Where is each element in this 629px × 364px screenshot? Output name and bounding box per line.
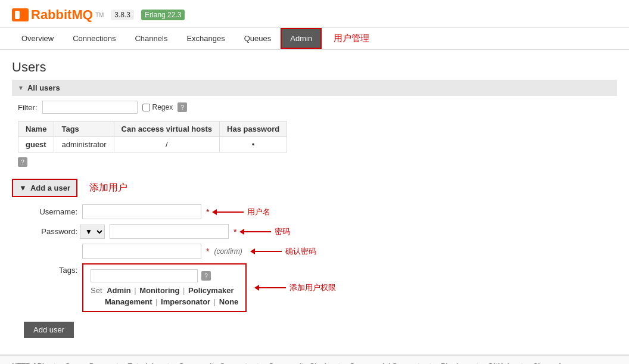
footer-github[interactable]: GitHub — [488, 362, 512, 365]
tags-set-row: Set Admin | Monitoring | Policymaker — [91, 286, 238, 295]
tags-input[interactable] — [91, 269, 198, 282]
arrowhead-username — [209, 209, 217, 215]
password-select[interactable]: ▼ — [80, 225, 105, 239]
tags-help-button[interactable]: ? — [201, 271, 211, 281]
col-password: Has password — [220, 122, 287, 137]
regex-checkbox[interactable] — [142, 104, 150, 111]
tag-management[interactable]: Management — [105, 297, 152, 306]
password-label: Password: — [24, 227, 77, 236]
arrowhead-confirm — [247, 248, 255, 254]
tag-impersonator[interactable]: Impersonator — [161, 297, 210, 306]
footer-commercial-support[interactable]: Commercial Support — [350, 362, 420, 365]
username-annotation-block: 用户名 — [214, 207, 270, 217]
username-label: Username: — [24, 207, 77, 216]
add-user-button[interactable]: Add user — [24, 322, 74, 338]
logo-text: RabbitMQ — [31, 7, 93, 23]
section-arrow: ▼ — [18, 85, 24, 91]
tag-policymaker[interactable]: Policymaker — [188, 286, 234, 295]
footer-server-docs[interactable]: Server Docs — [65, 362, 107, 365]
tags-content: ? Set Admin | Monitoring | Policymaker M… — [82, 263, 247, 312]
footer-tutorials[interactable]: Tutorials — [128, 362, 158, 365]
logo-icon — [12, 8, 29, 21]
nav-bar: Overview Connections Channels Exchanges … — [0, 28, 629, 50]
nav-queues[interactable]: Queues — [235, 28, 281, 49]
user-name-cell[interactable]: guest — [18, 137, 54, 153]
footer-changelog[interactable]: Changelog — [533, 362, 569, 365]
footer-http-api[interactable]: HTTP API — [12, 362, 44, 365]
erlang-badge: Erlang 22.3 — [141, 10, 185, 20]
user-tags-cell: administrator — [54, 137, 114, 153]
logo: RabbitMQ TM — [12, 7, 104, 23]
tags-section: Tags: ? Set Admin | Monitoring | Policym… — [24, 263, 605, 312]
all-users-section: ▼ All users Filter: Regex ? Name Tags Ca… — [12, 80, 617, 169]
filter-label: Filter: — [18, 103, 38, 112]
nav-annotation: 用户管理 — [334, 33, 369, 44]
tags-input-row: ? — [91, 269, 238, 282]
add-user-section: ▼ Add a user 添加用户 Username: * 用户名 — [12, 179, 617, 345]
confirm-annotation-block: 确认密码 — [252, 246, 316, 257]
nav-channels[interactable]: Channels — [125, 28, 177, 49]
tag-none[interactable]: None — [219, 297, 239, 306]
add-user-form: Username: * 用户名 Password: ▼ — [12, 197, 617, 345]
arrow-line-password — [241, 231, 271, 232]
username-ann-text: 用户名 — [247, 207, 270, 217]
footer-community-support[interactable]: Community Support — [179, 362, 247, 365]
arrowhead-tags — [251, 285, 259, 291]
table-help-button[interactable]: ? — [18, 157, 27, 167]
username-input[interactable] — [82, 204, 201, 219]
sep1: | — [134, 286, 136, 295]
regex-check: Regex — [142, 103, 173, 111]
tags-set-label: Set — [91, 286, 102, 295]
sep3: | — [155, 297, 157, 306]
nav-admin[interactable]: Admin — [281, 28, 322, 49]
add-user-header[interactable]: ▼ Add a user — [12, 179, 77, 197]
arrow-line-tags — [256, 287, 286, 288]
arrowhead-password — [236, 229, 244, 235]
footer-community-slack[interactable]: Community Slack — [269, 362, 329, 365]
tags-set-row2: Management | Impersonator | None — [91, 297, 238, 306]
footer: HTTP API | Server Docs | Tutorials | Com… — [0, 354, 629, 364]
password-annotation-block: 密码 — [241, 226, 290, 237]
table-header-row: Name Tags Can access virtual hosts Has p… — [18, 122, 287, 137]
confirm-input[interactable] — [82, 244, 201, 259]
password-ann-text: 密码 — [275, 226, 290, 237]
version-badge: 3.8.3 — [111, 10, 134, 20]
sep2: | — [183, 286, 185, 295]
confirm-ann-text: 确认密码 — [285, 246, 316, 257]
tag-monitoring[interactable]: Monitoring — [139, 286, 179, 295]
page-header: RabbitMQ TM 3.8.3 Erlang 22.3 — [0, 0, 629, 28]
logo-tm: TM — [95, 12, 104, 18]
filter-row: Filter: Regex ? — [12, 96, 617, 119]
confirm-text: (confirm) — [214, 247, 242, 256]
tag-admin[interactable]: Admin — [107, 286, 130, 295]
add-user-label: Add a user — [30, 183, 70, 192]
confirm-required: * — [206, 247, 209, 256]
nav-connections[interactable]: Connections — [63, 28, 125, 49]
nav-exchanges[interactable]: Exchanges — [177, 28, 234, 49]
tags-label: Tags: — [24, 263, 77, 275]
password-label-group: Password: ▼ — [24, 225, 105, 239]
tags-ann-text: 添加用户权限 — [289, 282, 336, 293]
tags-annotation-block: 添加用户权限 — [256, 282, 336, 293]
all-users-header: ▼ All users — [12, 80, 617, 96]
add-user-arrow: ▼ — [19, 183, 27, 192]
filter-help-button[interactable]: ? — [178, 102, 187, 112]
footer-plugins[interactable]: Plugins — [441, 362, 466, 365]
add-user-annotation: 添加用户 — [89, 182, 127, 194]
arrow-line-username — [214, 211, 244, 213]
filter-input[interactable] — [42, 101, 138, 114]
page-title: Users — [12, 60, 617, 75]
arrow-line-confirm — [252, 251, 282, 252]
users-table: Name Tags Can access virtual hosts Has p… — [18, 121, 287, 153]
password-row: Password: ▼ * 密码 — [24, 224, 605, 239]
regex-label: Regex — [152, 103, 173, 111]
col-vhosts: Can access virtual hosts — [114, 122, 219, 137]
table-row: guest administrator / • — [18, 137, 287, 153]
nav-overview[interactable]: Overview — [12, 28, 63, 49]
col-name: Name — [18, 122, 54, 137]
col-tags: Tags — [54, 122, 114, 137]
password-input[interactable] — [110, 224, 229, 239]
add-button-row: Add user — [24, 317, 605, 338]
user-password-cell: • — [220, 137, 287, 153]
main-content: Users ▼ All users Filter: Regex ? Name T… — [0, 50, 629, 354]
